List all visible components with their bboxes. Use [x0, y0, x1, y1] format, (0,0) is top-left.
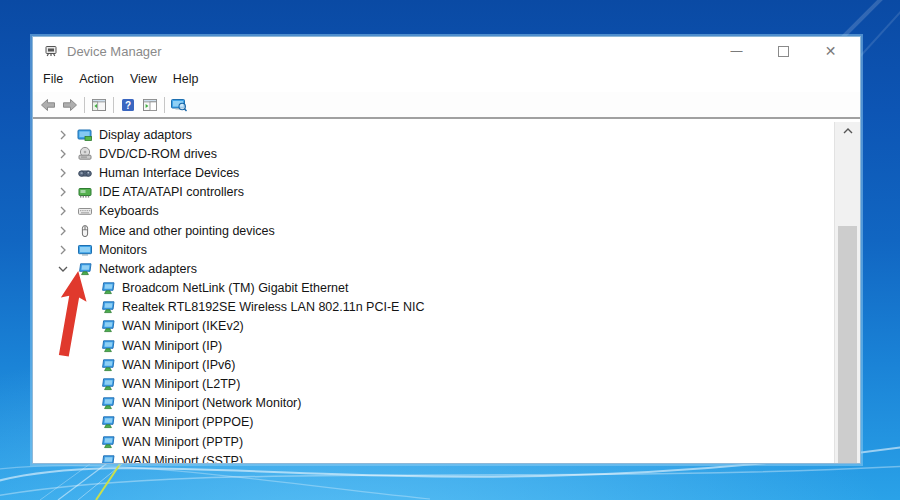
- tree-item-label: Human Interface Devices: [99, 166, 239, 180]
- network-adapter-icon: [100, 395, 116, 411]
- tree-item-label: Mice and other pointing devices: [99, 224, 275, 238]
- vertical-scrollbar[interactable]: [834, 122, 860, 463]
- tree-item[interactable]: Network adapters: [33, 259, 835, 278]
- tree-item[interactable]: WAN Miniport (SSTP): [33, 451, 835, 463]
- tree-item-label: DVD/CD-ROM drives: [99, 147, 217, 161]
- device-manager-icon: [43, 43, 59, 59]
- chevron-right-icon[interactable]: [55, 165, 71, 181]
- device-tree: Display adaptorsDVD/CD-ROM drivesHuman I…: [33, 122, 835, 463]
- tree-item-label: IDE ATA/ATAPI controllers: [99, 185, 244, 199]
- tree-item-label: Display adaptors: [99, 128, 192, 142]
- tree-item[interactable]: DVD/CD-ROM drives: [33, 144, 835, 163]
- chevron-right-icon[interactable]: [55, 223, 71, 239]
- window-title: Device Manager: [67, 44, 162, 59]
- toolbar-separator: [164, 97, 165, 113]
- tree-item-label: Realtek RTL8192SE Wireless LAN 802.11n P…: [122, 300, 424, 314]
- tree-item[interactable]: WAN Miniport (IPv6): [33, 355, 835, 374]
- tree-item-label: Monitors: [99, 243, 147, 257]
- mouse-icon: [77, 223, 93, 239]
- forward-button[interactable]: [59, 94, 81, 116]
- chevron-right-icon[interactable]: [55, 146, 71, 162]
- device-manager-window: Device Manager — ✕ File Action View Help…: [32, 36, 861, 464]
- tree-item-label: WAN Miniport (L2TP): [122, 377, 240, 391]
- network-adapter-icon: [100, 280, 116, 296]
- dvd-drive-icon: [77, 146, 93, 162]
- properties-button[interactable]: [139, 94, 161, 116]
- keyboard-icon: [77, 203, 93, 219]
- network-adapter-icon: [100, 434, 116, 450]
- menu-view[interactable]: View: [122, 72, 165, 86]
- toolbar-separator: [113, 97, 114, 113]
- chevron-right-icon[interactable]: [55, 203, 71, 219]
- hid-device-icon: [77, 165, 93, 181]
- tree-item[interactable]: Broadcom NetLink (TM) Gigabit Ethernet: [33, 279, 835, 298]
- tree-item[interactable]: Realtek RTL8192SE Wireless LAN 802.11n P…: [33, 298, 835, 317]
- toolbar: ?: [33, 92, 860, 119]
- tree-item[interactable]: Monitors: [33, 240, 835, 259]
- minimize-button[interactable]: —: [713, 37, 760, 65]
- tree-item[interactable]: WAN Miniport (Network Monitor): [33, 394, 835, 413]
- menu-help[interactable]: Help: [165, 72, 207, 86]
- scroll-up-icon[interactable]: [835, 122, 860, 139]
- network-adapter-icon: [100, 453, 116, 463]
- network-adapter-icon: [100, 338, 116, 354]
- network-adapter-icon: [100, 318, 116, 334]
- title-bar[interactable]: Device Manager — ✕: [33, 37, 860, 65]
- tree-item-label: WAN Miniport (PPTP): [122, 435, 243, 449]
- tree-item[interactable]: WAN Miniport (PPPOE): [33, 413, 835, 432]
- tree-item-label: WAN Miniport (Network Monitor): [122, 396, 301, 410]
- back-button[interactable]: [37, 94, 59, 116]
- tree-item[interactable]: WAN Miniport (L2TP): [33, 374, 835, 393]
- tree-item-label: WAN Miniport (IPv6): [122, 358, 235, 372]
- tree-item-label: Broadcom NetLink (TM) Gigabit Ethernet: [122, 281, 348, 295]
- close-button[interactable]: ✕: [807, 37, 854, 65]
- tree-item[interactable]: WAN Miniport (IKEv2): [33, 317, 835, 336]
- chevron-right-icon[interactable]: [55, 184, 71, 200]
- network-adapter-icon: [100, 414, 116, 430]
- tree-item-label: WAN Miniport (IP): [122, 339, 222, 353]
- tree-item[interactable]: WAN Miniport (PPTP): [33, 432, 835, 451]
- chevron-right-icon[interactable]: [55, 127, 71, 143]
- toolbar-separator: [84, 97, 85, 113]
- tree-item[interactable]: Mice and other pointing devices: [33, 221, 835, 240]
- tree-item[interactable]: Keyboards: [33, 202, 835, 221]
- tree-item[interactable]: Human Interface Devices: [33, 163, 835, 182]
- tree-item-label: Keyboards: [99, 204, 159, 218]
- help-button[interactable]: ?: [117, 94, 139, 116]
- tree-item[interactable]: Display adaptors: [33, 125, 835, 144]
- display-adapter-icon: [77, 127, 93, 143]
- console-tree-button[interactable]: [88, 94, 110, 116]
- tree-item-label: WAN Miniport (PPPOE): [122, 415, 254, 429]
- network-adapter-icon: [100, 357, 116, 373]
- tree-item[interactable]: WAN Miniport (IP): [33, 336, 835, 355]
- maximize-button[interactable]: [760, 37, 807, 65]
- window-controls: — ✕: [713, 37, 860, 65]
- scan-hardware-button[interactable]: [168, 94, 190, 116]
- menu-file[interactable]: File: [35, 72, 71, 86]
- scrollbar-thumb[interactable]: [838, 226, 857, 463]
- network-adapter-icon: [100, 299, 116, 315]
- chevron-right-icon[interactable]: [55, 242, 71, 258]
- tree-item-label: WAN Miniport (SSTP): [122, 454, 243, 463]
- maximize-icon: [778, 46, 789, 57]
- monitor-icon: [77, 242, 93, 258]
- tree-item[interactable]: IDE ATA/ATAPI controllers: [33, 183, 835, 202]
- menu-action[interactable]: Action: [71, 72, 122, 86]
- tree-item-label: Network adapters: [99, 262, 197, 276]
- svg-text:?: ?: [125, 99, 131, 110]
- ide-controller-icon: [77, 184, 93, 200]
- tree-item-label: WAN Miniport (IKEv2): [122, 319, 244, 333]
- menu-bar: File Action View Help: [33, 65, 860, 92]
- network-adapter-icon: [100, 376, 116, 392]
